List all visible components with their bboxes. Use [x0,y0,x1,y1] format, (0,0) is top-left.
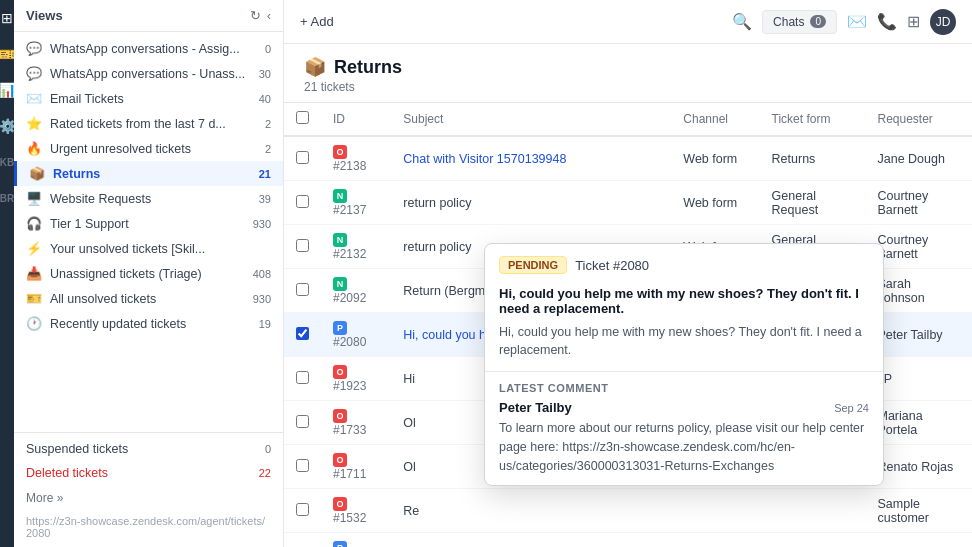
sidebar-item-recently-updated[interactable]: 🕐 Recently updated tickets 19 [14,311,283,336]
sidebar-item-email-tickets[interactable]: ✉️ Email Tickets 40 [14,86,283,111]
sidebar-item-label: Recently updated tickets [50,317,251,331]
row-select-checkbox[interactable] [296,151,309,164]
sidebar-item-icon: 🖥️ [26,191,42,206]
row-checkbox[interactable] [284,533,321,548]
row-select-checkbox[interactable] [296,239,309,252]
sidebar-item-label: Your unsolved tickets [Skil... [50,242,271,256]
ticket-count: 21 tickets [304,80,952,94]
row-checkbox[interactable] [284,269,321,313]
sidebar-divider [14,432,283,433]
ticket-subject[interactable]: Re [391,489,671,533]
popup-comment-section: Latest comment Peter Tailby Sep 24 To le… [485,372,883,485]
content-header: 📦 Returns 21 tickets [284,44,972,103]
ticket-status-badge: O [333,145,347,159]
table-row[interactable]: N#2137 return policy Web form General Re… [284,181,972,225]
table-row[interactable]: P#1441 Fa Request Phillip Jordan [284,533,972,548]
avatar-icon[interactable]: JD [930,9,956,35]
compose-icon[interactable]: ✉️ [847,12,867,31]
sidebar-item-whatsapp-unassigned[interactable]: 💬 WhatsApp conversations - Unass... 30 [14,61,283,86]
sidebar-item-your-unsolved[interactable]: ⚡ Your unsolved tickets [Skil... [14,236,283,261]
sidebar-item-icon: 🔥 [26,141,42,156]
search-icon[interactable]: 🔍 [732,12,752,31]
sidebar-item-urgent-tickets[interactable]: 🔥 Urgent unresolved tickets 2 [14,136,283,161]
sidebar-item-suspended[interactable]: Suspended tickets 0 [14,437,283,461]
ticket-status-badge: P [333,541,347,547]
sidebar-item-returns[interactable]: 📦 Returns 21 [14,161,283,186]
row-select-checkbox[interactable] [296,283,309,296]
ticket-form [760,533,866,548]
row-select-checkbox[interactable] [296,327,309,340]
sidebar-item-all-unsolved[interactable]: 🎫 All unsolved tickets 930 [14,286,283,311]
sidebar-item-count: 0 [265,43,271,55]
sidebar-item-icon: ✉️ [26,91,42,106]
sidebar-item-count: 40 [259,93,271,105]
refresh-icon[interactable]: ↻ [250,8,261,23]
sidebar-item-unassigned-triage[interactable]: 📥 Unassigned tickets (Triage) 408 [14,261,283,286]
ticket-id: O#1733 [321,401,391,445]
sidebar-item-label: WhatsApp conversations - Assig... [50,42,257,56]
row-checkbox[interactable] [284,225,321,269]
sidebar-item-icon: 📥 [26,266,42,281]
ticket-status-badge: O [333,365,347,379]
sidebar: Views ↻ ‹ 💬 WhatsApp conversations - Ass… [14,0,284,547]
sidebar-item-label: Email Tickets [50,92,251,106]
ticket-channel: Web form [671,181,759,225]
sidebar-item-tier1-support[interactable]: 🎧 Tier 1 Support 930 [14,211,283,236]
ticket-preview-popup: PENDING Ticket #2080 Hi, could you help … [484,243,884,486]
popup-comment-date: Sep 24 [834,402,869,414]
popup-author-name: Peter Tailby [499,400,572,415]
row-checkbox[interactable] [284,401,321,445]
row-select-checkbox[interactable] [296,459,309,472]
ticket-id: P#1441 [321,533,391,548]
title-icon: 📦 [304,56,326,78]
ticket-status-badge: O [333,497,347,511]
sidebar-item-icon: 💬 [26,41,42,56]
row-checkbox[interactable] [284,181,321,225]
ticket-channel [671,489,759,533]
row-select-checkbox[interactable] [296,503,309,516]
phone-icon[interactable]: 📞 [877,12,897,31]
sidebar-more[interactable]: More » [14,485,283,511]
table-row[interactable]: O#1532 Re Sample customer [284,489,972,533]
ticket-status-badge: O [333,453,347,467]
sidebar-item-deleted[interactable]: Deleted tickets 22 [14,461,283,485]
sidebar-header-actions: ↻ ‹ [250,8,271,23]
sidebar-item-icon: 🎫 [26,291,42,306]
ticket-subject[interactable]: Fa [391,533,671,548]
sidebar-footer: https://z3n-showcase.zendesk.com/agent/t… [14,511,283,547]
sidebar-item-whatsapp-assigned[interactable]: 💬 WhatsApp conversations - Assig... 0 [14,36,283,61]
sidebar-item-label: Rated tickets from the last 7 d... [50,117,257,131]
popup-main-text: Hi, could you help me with my new shoes?… [499,286,869,316]
suspended-label: Suspended tickets [26,442,257,456]
sidebar-item-icon: ⚡ [26,241,42,256]
add-button[interactable]: + Add [300,14,334,29]
chats-button[interactable]: Chats 0 [762,10,837,34]
sidebar-item-website-requests[interactable]: 🖥️ Website Requests 39 [14,186,283,211]
sidebar-item-label: Urgent unresolved tickets [50,142,257,156]
popup-header: PENDING Ticket #2080 [485,244,883,282]
checkbox-header[interactable] [284,103,321,136]
left-rail: ⊞ 🎫 📊 ⚙️ KB BR [0,0,14,547]
ticket-subject[interactable]: return policy [391,181,671,225]
row-select-checkbox[interactable] [296,415,309,428]
popup-body: Hi, could you help me with my new shoes?… [485,282,883,372]
row-checkbox[interactable] [284,136,321,181]
ticket-subject[interactable]: Chat with Visitor 1570139948 [391,136,671,181]
sidebar-item-icon: 🕐 [26,316,42,331]
grid-icon[interactable]: ⊞ [907,12,920,31]
deleted-label: Deleted tickets [26,466,251,480]
sidebar-list: 💬 WhatsApp conversations - Assig... 0 💬 … [14,32,283,428]
sidebar-item-count: 30 [259,68,271,80]
sidebar-item-rated-tickets[interactable]: ⭐ Rated tickets from the last 7 d... 2 [14,111,283,136]
row-select-checkbox[interactable] [296,195,309,208]
row-checkbox[interactable] [284,445,321,489]
row-select-checkbox[interactable] [296,371,309,384]
table-row[interactable]: O#2138 Chat with Visitor 1570139948 Web … [284,136,972,181]
collapse-icon[interactable]: ‹ [267,8,271,23]
row-checkbox[interactable] [284,489,321,533]
select-all-checkbox[interactable] [296,111,309,124]
row-checkbox[interactable] [284,313,321,357]
sidebar-item-icon: 📦 [29,166,45,181]
row-checkbox[interactable] [284,357,321,401]
ticket-requester: Phillip Jordan [866,533,973,548]
